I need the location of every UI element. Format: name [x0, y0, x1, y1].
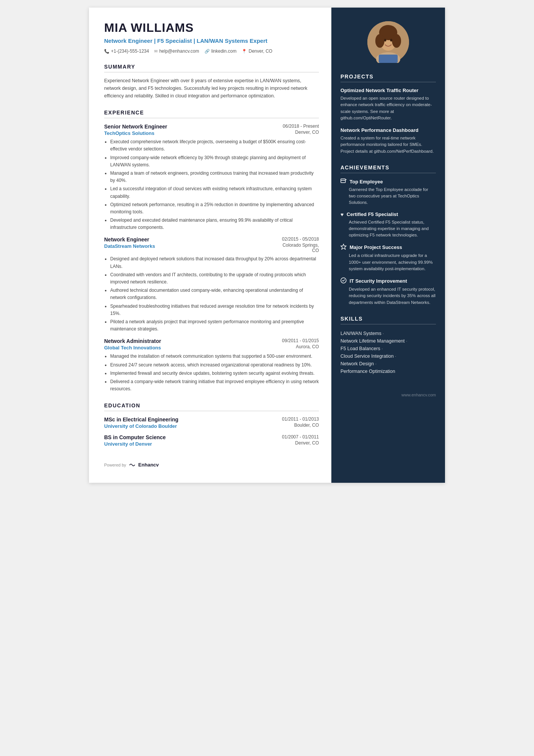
edu-2-degree: BS in Computer Science	[104, 434, 166, 440]
job-2-company: DataStream Networks	[104, 243, 155, 253]
skills-section: SKILLS LAN/WAN Systems · Network Lifetim…	[340, 316, 436, 375]
job-1: Senior Network Engineer 06/2018 - Presen…	[104, 124, 319, 231]
achievement-4-desc: Developed an enhanced IT security protoc…	[340, 286, 436, 306]
job-2-location: Colorado Springs,CO	[283, 243, 319, 253]
edu-2-header: BS in Computer Science 01/2007 - 01/2011	[104, 434, 319, 440]
website-value: linkedin.com	[211, 49, 237, 54]
achievement-3-icon	[340, 244, 347, 251]
svg-rect-9	[341, 179, 345, 183]
education-section: EDUCATION MSc in Electrical Engineering …	[104, 402, 319, 447]
svg-point-6	[390, 39, 392, 42]
achievement-2: ♥ Certified F5 Specialist Achieved Certi…	[340, 211, 436, 239]
bullet-item: Managed a team of network engineers, pro…	[110, 170, 319, 184]
avatar	[367, 21, 409, 63]
achievement-3-desc: Led a critical infrastructure upgrade fo…	[340, 252, 436, 272]
achievement-1-desc: Garnered the Top Employee accolade for t…	[340, 186, 436, 206]
skills-title: SKILLS	[340, 316, 436, 324]
project-2-desc: Created a system for real-time network p…	[340, 135, 436, 155]
achievements-section: ACHIEVEMENTS Top Employee Garnered the T…	[340, 164, 436, 306]
svg-point-3	[375, 34, 384, 48]
bullet-item: Delivered a company-wide network trainin…	[110, 378, 319, 393]
achievement-4-title: IT Security Improvement	[350, 278, 407, 284]
bullet-item: Executed comprehensive network lifecycle…	[110, 138, 319, 153]
achievement-2-header: ♥ Certified F5 Specialist	[340, 211, 436, 218]
achievement-3-title: Major Project Success	[350, 244, 402, 250]
summary-title: SUMMARY	[104, 64, 319, 72]
experience-section: EXPERIENCE Senior Network Engineer 06/20…	[104, 110, 319, 393]
enhancv-logo-icon	[128, 463, 136, 467]
avatar-wrapper	[340, 21, 436, 63]
job-2-header: Network Engineer 02/2015 - 05/2018	[104, 236, 319, 243]
location-value: Denver, CO	[248, 49, 272, 54]
bullet-item: Coordinated with vendors and IT architec…	[110, 271, 319, 286]
achievement-1-title: Top Employee	[350, 179, 383, 185]
project-1-desc: Developed an open source router designed…	[340, 95, 436, 121]
bullet-item: Piloted a network analysis project that …	[110, 318, 319, 333]
email-contact: ✉ help@enhancv.com	[154, 49, 199, 54]
projects-title: PROJECTS	[340, 74, 436, 82]
job-2: Network Engineer 02/2015 - 05/2018 DataS…	[104, 236, 319, 333]
job-1-sub: TechOptics Solutions Denver, CO	[104, 130, 319, 136]
email-icon: ✉	[154, 49, 158, 54]
achievement-1-icon	[340, 178, 347, 185]
bullet-item: Spearheaded troubleshooting initiatives …	[110, 303, 319, 317]
edu-1-dates: 01/2011 - 01/2013	[282, 416, 319, 422]
job-3-bullets: Managed the installation of network comm…	[104, 353, 319, 393]
location-icon: 📍	[242, 49, 247, 54]
job-3: Network Administrator 09/2011 - 01/2015 …	[104, 338, 319, 393]
projects-section: PROJECTS Optimized Network Traffic Route…	[340, 74, 436, 155]
job-3-header: Network Administrator 09/2011 - 01/2015	[104, 338, 319, 344]
achievement-4-icon	[340, 277, 347, 285]
portrait-svg	[367, 21, 409, 63]
job-1-bullets: Executed comprehensive network lifecycle…	[104, 138, 319, 231]
achievement-1: Top Employee Garnered the Top Employee a…	[340, 178, 436, 206]
skill-5: Network Design ·	[340, 360, 436, 368]
bullet-item: Improved company-wide network efficiency…	[110, 154, 319, 169]
skill-2: Network Lifetime Management ·	[340, 337, 436, 345]
bullet-item: Developed and executed detailed maintena…	[110, 217, 319, 231]
bullet-item: Managed the installation of network comm…	[110, 353, 319, 360]
job-3-company: Global Tech Innovations	[104, 345, 161, 351]
right-footer: www.enhancv.com	[340, 385, 436, 397]
job-1-title: Senior Network Engineer	[104, 124, 167, 130]
achievement-3-header: Major Project Success	[340, 244, 436, 251]
brand-name: Enhancv	[138, 462, 159, 468]
job-2-title: Network Engineer	[104, 236, 149, 243]
phone-icon: 📞	[104, 49, 109, 54]
achievement-2-icon: ♥	[340, 211, 344, 218]
achievement-2-title: Certified F5 Specialist	[347, 211, 398, 217]
bullet-item: Designed and deployed network solutions …	[110, 255, 319, 270]
email-value: help@enhancv.com	[159, 49, 199, 54]
link-icon: 🔗	[205, 49, 210, 54]
bullet-item: Ensured 24/7 secure network access, whic…	[110, 362, 319, 369]
achievements-title: ACHIEVEMENTS	[340, 164, 436, 173]
svg-point-4	[392, 34, 401, 48]
left-column: MIA WILLIAMS Network Engineer | F5 Speci…	[89, 8, 331, 483]
edu-1-header: MSc in Electrical Engineering 01/2011 - …	[104, 416, 319, 423]
powered-by-label: Powered by	[104, 463, 126, 467]
edu-1-school: University of Colorado Boulder	[104, 423, 177, 429]
bullet-item: Optimized network performance, resulting…	[110, 201, 319, 216]
edu-2: BS in Computer Science 01/2007 - 01/2011…	[104, 434, 319, 447]
left-footer: Powered by Enhancv	[104, 462, 319, 468]
edu-2-school: University of Denver	[104, 441, 152, 447]
skill-1: LAN/WAN Systems ·	[340, 330, 436, 337]
candidate-name: MIA WILLIAMS	[104, 21, 319, 34]
skill-dot: ·	[383, 331, 384, 336]
edu-2-location: Denver, CO	[295, 440, 319, 447]
job-1-company: TechOptics Solutions	[104, 130, 155, 136]
job-3-title: Network Administrator	[104, 338, 161, 344]
project-2: Network Performance Dashboard Created a …	[340, 127, 436, 155]
skill-dot: ·	[375, 361, 376, 366]
achievement-3: Major Project Success Led a critical inf…	[340, 244, 436, 272]
achievement-4-header: IT Security Improvement	[340, 277, 436, 285]
job-1-location: Denver, CO	[295, 130, 319, 136]
job-1-header: Senior Network Engineer 06/2018 - Presen…	[104, 124, 319, 130]
bullet-item: Implemented firewall and security device…	[110, 370, 319, 377]
project-2-name: Network Performance Dashboard	[340, 127, 436, 133]
skill-6: Performance Optimization	[340, 368, 436, 375]
svg-point-5	[384, 39, 386, 42]
right-column: PROJECTS Optimized Network Traffic Route…	[331, 8, 445, 483]
edu-1: MSc in Electrical Engineering 01/2011 - …	[104, 416, 319, 429]
job-2-sub: DataStream Networks Colorado Springs,CO	[104, 243, 319, 253]
